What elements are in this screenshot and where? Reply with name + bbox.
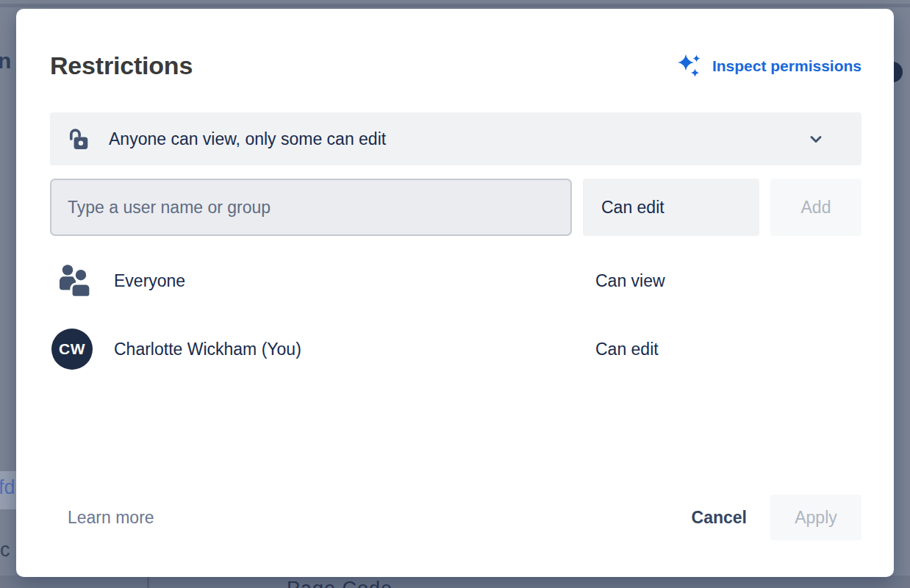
user-search-input[interactable] [50,179,572,236]
restriction-permission: Can view [595,271,861,291]
permission-select-button[interactable]: Can edit [583,179,759,236]
visibility-select[interactable]: Anyone can view, only some can edit [50,112,861,165]
background-page-text: Page Code [287,578,393,588]
people-icon [56,262,94,299]
dialog-title: Restrictions [50,51,193,80]
background-bottom-strip: Page Code [0,576,910,588]
background-column-divider [147,576,149,588]
inspect-permissions-button[interactable]: Inspect permissions [676,52,861,80]
avatar: CW [51,329,93,370]
chevron-down-icon [807,130,825,148]
sparkles-icon [676,52,703,80]
restriction-list-row: CW Charlotte Wickham (You) Can edit [50,329,861,370]
restriction-subject-name: Everyone [114,271,595,291]
unlock-icon [65,126,90,151]
apply-button[interactable]: Apply [770,495,861,540]
dialog-header: Restrictions Inspect permissions [50,51,861,80]
background-link-fragment: fd [0,476,15,499]
background-text-fragment-bottom: c [0,539,10,562]
restriction-subject-name: Charlotte Wickham (You) [114,340,595,359]
restriction-list: Everyone Can view CW Charlotte Wickham (… [50,262,861,495]
restrictions-dialog: Restrictions Inspect permissions Anyone … [16,9,894,577]
background-text-fragment-top: n [0,49,11,74]
dialog-footer: Learn more Cancel Apply [50,495,861,540]
add-restriction-row: Can edit Add [50,179,861,236]
visibility-select-value: Anyone can view, only some can edit [109,129,807,149]
restriction-list-row: Everyone Can view [50,262,861,299]
cancel-button[interactable]: Cancel [680,495,759,540]
background-header-line [0,4,910,7]
add-button[interactable]: Add [770,179,861,236]
inspect-permissions-label: Inspect permissions [712,57,861,75]
restriction-permission: Can edit [595,340,861,359]
learn-more-link[interactable]: Learn more [68,508,154,528]
